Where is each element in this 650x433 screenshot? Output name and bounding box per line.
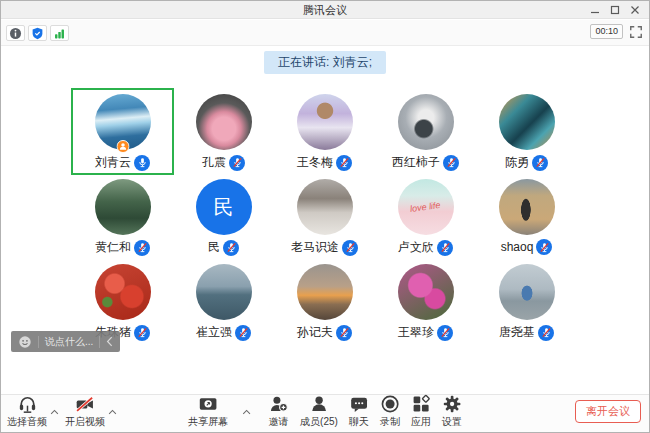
chat-icon bbox=[349, 394, 369, 414]
chevron-left-icon[interactable] bbox=[106, 336, 113, 347]
fullscreen-icon[interactable] bbox=[629, 25, 643, 39]
participant-name: 唐尧基 bbox=[499, 324, 535, 341]
maximize-icon bbox=[610, 5, 620, 15]
avatar bbox=[398, 94, 454, 150]
participant-name: 孔震 bbox=[202, 154, 226, 171]
participant-tile[interactable]: 唐尧基 bbox=[476, 259, 577, 344]
start-video-button[interactable]: 开启视频 bbox=[65, 394, 105, 429]
bottom-toolbar: 选择音频开启视频 共享屏幕邀请成员(25)聊天录制应用设置 离开会议 bbox=[1, 394, 649, 432]
close-icon bbox=[630, 5, 640, 15]
participant-name: 王冬梅 bbox=[297, 154, 333, 171]
avatar bbox=[196, 264, 252, 320]
participant-tile[interactable]: shaoq bbox=[476, 174, 577, 259]
avatar-text: love life bbox=[410, 200, 442, 214]
speaking-banner: 正在讲话: 刘青云; bbox=[264, 51, 386, 74]
avatar bbox=[499, 264, 555, 320]
divider bbox=[38, 336, 39, 348]
status-icons bbox=[6, 25, 69, 41]
shield-icon-button[interactable] bbox=[28, 25, 47, 41]
shield-icon bbox=[31, 27, 44, 40]
select-audio-button[interactable]: 选择音频 bbox=[7, 394, 47, 429]
participant-name: 老马识途 bbox=[291, 239, 339, 256]
chat-quick-bubble[interactable]: 说点什么... bbox=[11, 331, 120, 352]
network-signal-icon bbox=[53, 27, 66, 40]
mic-muted-icon bbox=[443, 155, 459, 171]
invite-button[interactable]: 邀请 bbox=[268, 394, 289, 429]
start-video-options-caret-icon[interactable] bbox=[108, 409, 117, 415]
meeting-timer: 00:10 bbox=[590, 24, 623, 39]
close-button[interactable] bbox=[625, 1, 645, 19]
participant-name: 刘青云 bbox=[95, 154, 131, 171]
smiley-icon[interactable] bbox=[18, 335, 32, 349]
avatar bbox=[297, 264, 353, 320]
participant-tile[interactable]: 孔震 bbox=[173, 89, 274, 174]
toolbar-left-group: 选择音频开启视频 bbox=[7, 394, 123, 429]
divider bbox=[99, 336, 100, 348]
toolbar-center-group: 共享屏幕邀请成员(25)聊天录制应用设置 bbox=[188, 394, 462, 429]
camera-off-icon bbox=[74, 394, 96, 414]
mic-muted-icon bbox=[134, 325, 150, 341]
participant-tile[interactable]: 孙记夫 bbox=[274, 259, 375, 344]
share-screen-button[interactable]: 共享屏幕 bbox=[188, 394, 228, 429]
chat-button[interactable]: 聊天 bbox=[349, 394, 369, 429]
participant-tile[interactable]: love life卢文欣 bbox=[375, 174, 476, 259]
avatar bbox=[499, 179, 555, 235]
participant-name: 孙记夫 bbox=[297, 324, 333, 341]
minimize-button[interactable] bbox=[585, 1, 605, 19]
participant-name: 民 bbox=[208, 239, 220, 256]
mic-muted-icon bbox=[336, 155, 352, 171]
avatar bbox=[499, 94, 555, 150]
participant-tile[interactable]: 西红柿子 bbox=[375, 89, 476, 174]
participant-tile[interactable]: 王冬梅 bbox=[274, 89, 375, 174]
info-icon bbox=[9, 27, 22, 40]
mic-muted-icon bbox=[235, 325, 251, 341]
chat-input-placeholder[interactable]: 说点什么... bbox=[45, 335, 93, 349]
participant-tile[interactable]: 王翠珍 bbox=[375, 259, 476, 344]
maximize-button[interactable] bbox=[605, 1, 625, 19]
info-icon-button[interactable] bbox=[6, 25, 25, 41]
participant-tile[interactable]: 民民 bbox=[173, 174, 274, 259]
mic-muted-icon bbox=[342, 240, 358, 256]
host-badge-icon bbox=[116, 140, 129, 153]
mic-muted-icon bbox=[532, 155, 548, 171]
mic-muted-icon bbox=[134, 240, 150, 256]
tool-label: 录制 bbox=[380, 415, 400, 429]
participant-name: 西红柿子 bbox=[392, 154, 440, 171]
participant-tile[interactable]: 黄仁和 bbox=[72, 174, 173, 259]
participant-name: 崔立强 bbox=[196, 324, 232, 341]
minimize-icon bbox=[590, 5, 600, 15]
mic-muted-icon bbox=[229, 155, 245, 171]
members-button[interactable]: 成员(25) bbox=[300, 394, 338, 429]
participant-tile[interactable]: 陈勇 bbox=[476, 89, 577, 174]
invite-icon bbox=[268, 394, 289, 414]
avatar bbox=[95, 94, 151, 150]
share-screen-icon bbox=[197, 394, 219, 414]
participant-tile[interactable]: 老马识途 bbox=[274, 174, 375, 259]
participant-grid: 刘青云孔震王冬梅西红柿子陈勇黄仁和民民老马识途love life卢文欣shaoq… bbox=[72, 89, 577, 344]
tool-label: 聊天 bbox=[349, 415, 369, 429]
titlebar: 腾讯会议 bbox=[1, 1, 649, 19]
share-screen-options-caret-icon[interactable] bbox=[242, 409, 251, 415]
window-controls bbox=[585, 1, 645, 19]
tool-label: 共享屏幕 bbox=[188, 415, 228, 429]
participant-tile[interactable]: 崔立强 bbox=[173, 259, 274, 344]
participant-name: 王翠珍 bbox=[398, 324, 434, 341]
participant-name: 陈勇 bbox=[505, 154, 529, 171]
window-title: 腾讯会议 bbox=[303, 3, 347, 18]
participant-name: 卢文欣 bbox=[398, 239, 434, 256]
mic-muted-icon bbox=[223, 240, 239, 256]
avatar: love life bbox=[398, 179, 454, 235]
settings-button[interactable]: 设置 bbox=[442, 394, 462, 429]
network-signal-icon-button[interactable] bbox=[50, 25, 69, 41]
leave-meeting-button[interactable]: 离开会议 bbox=[575, 400, 641, 423]
avatar: 民 bbox=[196, 179, 252, 235]
members-icon bbox=[309, 394, 329, 414]
mic-muted-icon bbox=[538, 325, 554, 341]
participant-tile[interactable]: 刘青云 bbox=[72, 89, 173, 174]
apps-button[interactable]: 应用 bbox=[411, 394, 431, 429]
avatar bbox=[196, 94, 252, 150]
record-button[interactable]: 录制 bbox=[380, 394, 400, 429]
headset-icon bbox=[17, 394, 38, 414]
mic-muted-icon bbox=[336, 325, 352, 341]
select-audio-options-caret-icon[interactable] bbox=[50, 409, 59, 415]
